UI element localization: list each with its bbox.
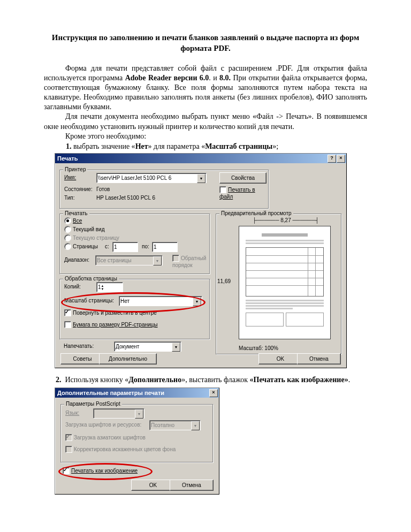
- dialog-title: Печать: [57, 155, 78, 162]
- step-2: 2. Используя кнопку «Дополнительно», выс…: [44, 376, 367, 495]
- ok-button[interactable]: OK: [131, 480, 175, 491]
- print-dialog: Печать ? × Принтер Имя: \\serv\HP LaserJ…: [55, 153, 347, 368]
- text: Поэтапно: [151, 422, 174, 428]
- print-what-select[interactable]: Документ▼: [114, 341, 181, 352]
- text-bold: «Печатать как изображение»: [250, 376, 348, 384]
- from-input[interactable]: 1: [112, 242, 138, 252]
- rotate-check[interactable]: Повернуть и разместить в центре: [64, 309, 157, 316]
- lang-select[interactable]: ▼: [93, 408, 144, 419]
- reverse-check[interactable]: Обратный порядок: [172, 255, 210, 268]
- paragraph-2: Для печати документа необходимо выбрать …: [44, 112, 367, 131]
- text: Корректировка искаженных цветов фона: [74, 446, 176, 452]
- ok-button[interactable]: OK: [258, 353, 302, 364]
- tips-button[interactable]: Советы: [60, 353, 104, 364]
- group-printer: Принтер Имя: \\serv\HP LaserJet 5100 PCL…: [59, 170, 269, 209]
- group-label: Принтер: [63, 166, 87, 172]
- text: » для параметра «: [148, 142, 206, 150]
- text: 1: [154, 244, 157, 250]
- instruction-list: выбрать значение «Нет» для параметра «Ма…: [44, 142, 367, 151]
- radio-pages[interactable]: Страницы: [64, 243, 98, 250]
- text: Нет: [120, 298, 130, 304]
- text-bold: Нет: [135, 142, 148, 150]
- help-icon[interactable]: ?: [328, 155, 336, 163]
- range-select[interactable]: Все страницы▼: [95, 255, 163, 265]
- radio-current-view[interactable]: Текущий вид: [64, 226, 105, 233]
- cancel-button[interactable]: Отмена: [170, 480, 214, 491]
- chevron-down-icon[interactable]: ▼: [193, 297, 201, 306]
- properties-button[interactable]: Свойства: [219, 172, 267, 184]
- group-label: Предварительный просмотр: [219, 210, 293, 216]
- copies-input[interactable]: 1▲▼: [96, 282, 123, 292]
- bgfix-check[interactable]: Корректировка искаженных цветов фона: [65, 446, 176, 453]
- text: », выставить флажок: [181, 376, 249, 384]
- text-bold: Adobe Reader версии 6.0: [125, 74, 209, 82]
- radio[interactable]: [64, 217, 71, 224]
- group-label: Обработка страницы: [63, 276, 119, 282]
- paragraph-3: Кроме этого необходимо:: [44, 132, 367, 141]
- radio[interactable]: [64, 234, 71, 241]
- fonts-select[interactable]: Поэтапно▼: [149, 420, 201, 430]
- text: 1: [114, 244, 117, 250]
- titlebar[interactable]: Дополнительные параметры печати ×: [55, 388, 219, 398]
- text: Страницы: [73, 244, 98, 249]
- asian-check[interactable]: Загрузка азиатских шрифтов: [65, 434, 146, 441]
- state-value: Готов: [96, 186, 110, 192]
- text: Текущую страницу: [73, 235, 119, 241]
- text: Загрузка азиатских шрифтов: [74, 435, 146, 440]
- range-label: Диапазон:: [64, 257, 89, 263]
- scale-label: Масштаб страницы:: [64, 298, 114, 303]
- to-input[interactable]: 1: [152, 242, 178, 252]
- group-page-handling: Обработка страницы Копий: 1▲▼ Масштаб ст…: [59, 279, 210, 340]
- radio[interactable]: [64, 226, 71, 233]
- radio-all[interactable]: Все: [64, 217, 82, 224]
- advanced-print-dialog: Дополнительные параметры печати × Параме…: [55, 387, 219, 495]
- text-bold: 8.0.: [219, 74, 231, 82]
- checkbox[interactable]: [64, 309, 71, 316]
- page-preview: [239, 226, 331, 339]
- group-label: Печатать: [63, 210, 89, 216]
- advanced-button[interactable]: Дополнительно: [99, 353, 157, 364]
- printer-select[interactable]: \\serv\HP LaserJet 5100 PCL 6 ▼: [96, 173, 207, 183]
- spinner-icon[interactable]: ▲▼: [101, 284, 104, 291]
- scale-select[interactable]: Нет▼: [119, 296, 202, 306]
- chevron-down-icon[interactable]: ▼: [197, 174, 206, 183]
- checkbox[interactable]: [172, 255, 179, 262]
- checkbox[interactable]: [65, 434, 72, 441]
- text: 8,27: [280, 217, 291, 223]
- checkbox[interactable]: [65, 446, 72, 453]
- close-icon[interactable]: ×: [209, 389, 218, 397]
- from-label: с:: [105, 244, 109, 249]
- radio[interactable]: [64, 243, 71, 250]
- chevron-down-icon[interactable]: ▼: [135, 409, 143, 419]
- text: Язык:: [65, 410, 79, 416]
- chevron-down-icon[interactable]: ▼: [153, 256, 162, 265]
- printer-name: \\serv\HP LaserJet 5100 PCL 6: [98, 175, 171, 181]
- checkbox[interactable]: [219, 186, 226, 193]
- text: Бумага по размеру PDF-страницы: [73, 322, 158, 328]
- text: »;: [272, 142, 278, 150]
- close-icon[interactable]: ×: [337, 155, 345, 163]
- dialog-title: Дополнительные параметры печати: [57, 390, 164, 396]
- text: выбрать значение «: [73, 142, 135, 150]
- zoom-label: Масштаб: 100%: [239, 345, 278, 351]
- cancel-button[interactable]: Отмена: [297, 353, 341, 364]
- chevron-down-icon[interactable]: ▼: [172, 343, 180, 352]
- group-preview: Предварительный просмотр ├────── 8,27 ──…: [216, 214, 342, 355]
- group-postscript: Параметры PostScript Язык: ▼ Загрузка шр…: [60, 404, 214, 463]
- lang-label: Язык:: [65, 410, 79, 416]
- text-bold: Масштаб страницы: [205, 142, 272, 150]
- text: Все страницы: [97, 257, 132, 263]
- text: Повернуть и разместить в центре: [73, 310, 157, 316]
- chevron-down-icon[interactable]: ▼: [191, 421, 200, 430]
- checkbox[interactable]: [64, 321, 71, 328]
- text: 2.: [56, 376, 62, 384]
- ruler-width: ├────── 8,27 ──────┤: [238, 217, 334, 223]
- titlebar[interactable]: Печать ? ×: [55, 154, 346, 163]
- print-as-image-check[interactable]: Печатать как изображение: [63, 467, 138, 474]
- name-label: Имя:: [64, 174, 76, 180]
- state-label: Состояние:: [64, 186, 93, 192]
- pdfsize-check[interactable]: Бумага по размеру PDF-страницы: [64, 321, 158, 328]
- checkbox[interactable]: [63, 467, 70, 474]
- print-to-file[interactable]: Печатать в файл: [219, 186, 269, 200]
- radio-current-page[interactable]: Текущую страницу: [64, 234, 119, 241]
